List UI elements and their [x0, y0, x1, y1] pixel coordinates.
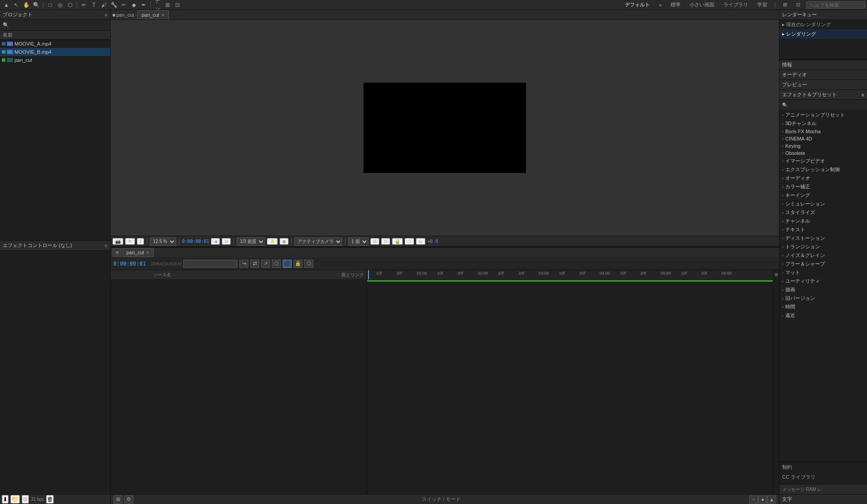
project-menu-btn[interactable]: ≡ — [105, 12, 107, 18]
snap-toggle[interactable]: ⊡ — [173, 1, 182, 9]
info-panel-tab[interactable]: 情報 — [779, 60, 867, 70]
tool-arrow[interactable]: ▲ — [2, 1, 11, 9]
vtb-render-btn[interactable]: ◼ — [280, 238, 289, 245]
vtb-view-btn2[interactable]: ⊡ — [381, 238, 390, 245]
tool-poly[interactable]: ⬡ — [65, 1, 75, 9]
tool-clone[interactable]: 🔧 — [109, 1, 118, 9]
tool-pen[interactable]: ✏ — [79, 1, 89, 9]
timeline-tab[interactable]: pan_cut ✕ — [122, 248, 154, 257]
tl-ctrl-1[interactable]: ↪ — [239, 260, 248, 268]
effect-cat-3[interactable]: › CINEMA 4D — [779, 135, 867, 142]
tool-text[interactable]: T — [89, 1, 98, 9]
vtb-view-btn1[interactable]: ⊞ — [370, 238, 379, 245]
effect-cat-5[interactable]: › Obsolete — [779, 149, 867, 157]
workspace-default[interactable]: デフォルト — [622, 1, 653, 9]
bp-item-1[interactable]: CC ライブラリ — [779, 472, 867, 482]
tool-eraser[interactable]: ✂ — [119, 1, 128, 9]
vtb-view-btn3[interactable]: 🔒 — [392, 238, 403, 245]
tool-brush[interactable]: 🖌 — [99, 1, 108, 9]
effects-search-input[interactable] — [789, 103, 864, 108]
text-panel[interactable]: 文字 — [779, 494, 867, 504]
tl-bottom-btn4[interactable]: ● — [758, 495, 767, 504]
vtb-view-select[interactable]: 1 面 — [348, 238, 368, 246]
tl-close-btn[interactable]: ✕ — [112, 248, 121, 257]
workspace-learn[interactable]: 学習 — [755, 1, 770, 9]
effect-cat-23[interactable]: › 時間 — [779, 303, 867, 311]
help-search-input[interactable] — [806, 1, 865, 9]
workspace-standard[interactable]: 標準 — [668, 1, 683, 9]
timeline-playhead[interactable] — [368, 270, 369, 280]
effect-cat-20[interactable]: › ユーティリティ — [779, 277, 867, 285]
effect-cat-2[interactable]: › Boris FX Mocha — [779, 128, 867, 135]
effect-cat-13[interactable]: › チャンネル — [779, 217, 867, 225]
effect-cat-7[interactable]: › エクスプレッション制御 — [779, 165, 867, 174]
timeline-tab-close[interactable]: ✕ — [146, 250, 149, 255]
workspace-small[interactable]: 小さい画面 — [687, 1, 717, 9]
effect-cat-21[interactable]: › 描画 — [779, 285, 867, 294]
project-item-1[interactable]: MOOVIE_B.mp4 — [0, 48, 110, 56]
bl-trash-btn[interactable]: 🗑 — [46, 495, 54, 504]
snap-button[interactable]: スナップ — [153, 1, 162, 9]
timeline-search-input[interactable] — [183, 260, 238, 268]
tl-ctrl-5[interactable]: ⬛ — [283, 260, 292, 268]
tl-ctrl-3[interactable]: ↗ — [261, 260, 270, 268]
project-item-0[interactable]: MOOVIE_A.mp4 — [0, 40, 110, 48]
effect-cat-9[interactable]: › カラー補正 — [779, 182, 867, 191]
vtb-snapshot-btn[interactable]: 📸 — [112, 238, 123, 245]
tl-ctrl-6[interactable]: 🔒 — [294, 260, 303, 268]
snap-icon[interactable]: ⊞ — [163, 1, 172, 9]
effect-cat-19[interactable]: › マット — [779, 268, 867, 277]
rq-item-1[interactable]: ▸ レンダリング — [779, 29, 867, 39]
audio-panel-tab[interactable]: オーディオ — [779, 70, 867, 80]
effect-cat-17[interactable]: › ノイズ＆グレイン — [779, 251, 867, 260]
effect-cat-0[interactable]: › アニメーションプリセット — [779, 111, 867, 119]
tool-shape[interactable]: ✒ — [139, 1, 148, 9]
workspace-library[interactable]: ライブラリ — [721, 1, 751, 9]
effect-cat-10[interactable]: › キーイング — [779, 191, 867, 200]
tl-bottom-btn1[interactable]: ⊞ — [113, 495, 122, 504]
workspace-icon-1[interactable]: ⊞ — [780, 1, 790, 8]
vtb-prev-btn[interactable]: ◀ — [211, 238, 220, 245]
effect-cat-24[interactable]: › 遠近 — [779, 311, 867, 320]
vtb-view-btn5[interactable]: ◎ — [416, 238, 425, 245]
vtb-info-btn[interactable]: ℹ — [137, 238, 144, 245]
effect-cat-15[interactable]: › ディストーション — [779, 234, 867, 243]
tl-ctrl-2[interactable]: ⇄ — [250, 260, 259, 268]
effect-cat-12[interactable]: › スタイライズ — [779, 208, 867, 217]
timeline-timecode[interactable]: 0:00:00:01 — [113, 261, 149, 267]
rq-item-0[interactable]: ▸ 現在のレンダリング — [779, 20, 867, 29]
tl-bottom-btn2[interactable]: ⚙ — [124, 495, 133, 504]
bl-new-btn[interactable]: ⬇ — [2, 495, 9, 504]
effect-cat-6[interactable]: › イマーシブビデオ — [779, 157, 867, 165]
comp-tab[interactable]: pan_cut ✕ — [137, 10, 168, 19]
project-search-input[interactable] — [11, 23, 107, 28]
tool-zoom[interactable]: 🔍 — [32, 1, 41, 9]
effect-cat-11[interactable]: › シミュレーション — [779, 200, 867, 208]
vtb-view-btn4[interactable]: ⬡ — [405, 238, 414, 245]
tl-bottom-btn5[interactable]: ▲ — [767, 495, 776, 504]
comp-tab-close[interactable]: ✕ — [161, 13, 165, 18]
vtb-show-btn[interactable]: 👁 — [125, 238, 135, 245]
tool-select[interactable]: ↖ — [12, 1, 21, 9]
effect-cat-22[interactable]: › 旧バージョン — [779, 294, 867, 303]
bp-item-0[interactable]: 制約 — [779, 462, 867, 472]
tool-puppet[interactable]: ◆ — [129, 1, 138, 9]
tl-ctrl-7[interactable]: ⬡ — [304, 260, 313, 268]
workspace-icon-2[interactable]: ⊡ — [793, 1, 803, 8]
effect-menu-btn[interactable]: ≡ — [105, 243, 107, 248]
bl-folder-btn[interactable]: 📁 — [10, 495, 20, 504]
project-item-2[interactable]: pan_cut — [0, 56, 110, 64]
tool-rect[interactable]: □ — [46, 1, 55, 9]
vtb-quality-select[interactable]: 1/3 面質 — [237, 238, 265, 246]
vtb-zoom-select[interactable]: 12.5 % — [150, 238, 176, 246]
effect-cat-16[interactable]: › トランジション — [779, 243, 867, 251]
workspace-menu-icon[interactable]: » — [656, 2, 664, 8]
vtb-camera-select[interactable]: アクティブカメラ — [294, 238, 342, 246]
vtb-fast-btn[interactable]: ⚡ — [267, 238, 278, 245]
tl-ctrl-4[interactable]: ⬡ — [272, 260, 281, 268]
effect-cat-1[interactable]: › 3Dチャンネル — [779, 119, 867, 128]
effect-cat-8[interactable]: › オーディオ — [779, 174, 867, 182]
tl-bottom-btn3[interactable]: − — [749, 495, 758, 504]
effect-cat-14[interactable]: › テキスト — [779, 225, 867, 234]
preview-panel-tab[interactable]: プレビュー — [779, 80, 867, 90]
